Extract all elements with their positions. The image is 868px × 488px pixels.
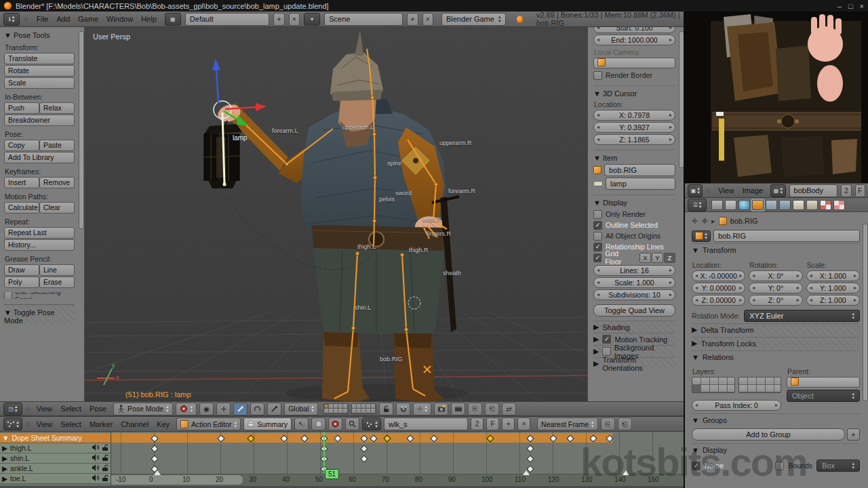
layer-cell[interactable] bbox=[352, 404, 357, 409]
tool-button-scale[interactable]: Scale bbox=[4, 77, 75, 89]
menu-topbar-window[interactable]: Window bbox=[102, 15, 137, 23]
item-panel-header[interactable]: ▼ Item bbox=[593, 150, 675, 162]
layer-cell[interactable] bbox=[334, 404, 338, 409]
channel-ankle-l[interactable]: ▶ankle.L bbox=[0, 464, 111, 474]
scene-icon[interactable]: ✦ bbox=[304, 13, 320, 26]
lock-icon[interactable] bbox=[102, 474, 108, 483]
action-fake-user-button[interactable]: F bbox=[486, 418, 499, 430]
mute-speaker-icon[interactable] bbox=[92, 474, 99, 483]
tool-button-push[interactable]: Push bbox=[4, 102, 39, 114]
name-checkbox[interactable]: ✓ bbox=[692, 462, 701, 470]
item-bone-field[interactable]: lamp bbox=[606, 178, 675, 190]
rot-x-field[interactable]: ◂X: 0°▸ bbox=[749, 270, 802, 281]
add-layout-button[interactable]: + bbox=[273, 13, 284, 26]
tool-button-erase[interactable]: Erase bbox=[39, 277, 75, 288]
tool-button-clear[interactable]: Clear bbox=[39, 202, 75, 214]
image-users-button[interactable]: 2 bbox=[841, 184, 851, 197]
add-group-plus-button[interactable]: + bbox=[847, 428, 860, 441]
orientation-select[interactable]: Global▴▾ bbox=[284, 403, 318, 415]
paste-flipped-pose-icon[interactable]: ⇄ bbox=[502, 403, 516, 415]
collapsed-panel-transform-orientations[interactable]: ▶Transform Orientations bbox=[593, 357, 675, 369]
render-tab-icon[interactable] bbox=[711, 200, 723, 210]
collapse-menus-icon[interactable]: ○ bbox=[706, 186, 711, 195]
bounds-checkbox[interactable] bbox=[775, 462, 784, 470]
menu-image-view[interactable]: View bbox=[714, 186, 738, 195]
layer-cell[interactable] bbox=[352, 409, 357, 413]
loc-y-field[interactable]: ◂Y: 0.00000▸ bbox=[692, 283, 745, 293]
uv-image-editor[interactable] bbox=[685, 12, 868, 183]
tool-button-repeat-last[interactable]: Repeat Last bbox=[4, 227, 75, 239]
pivot-select[interactable]: ▴▾ bbox=[176, 403, 197, 415]
menu-dopesheet-channel[interactable]: Channel bbox=[117, 420, 153, 428]
layer-cell[interactable] bbox=[366, 404, 371, 409]
loc-x-field[interactable]: ◂X: -0.00000▸ bbox=[692, 270, 745, 281]
np-slider-lines-16[interactable]: ◂Lines: 16▸ bbox=[593, 265, 675, 276]
layers-grid-2[interactable] bbox=[738, 377, 782, 393]
np-check-all-object-origins[interactable]: All Object Origins bbox=[593, 230, 675, 241]
expand-icon[interactable]: ▼ bbox=[2, 434, 9, 442]
screen-layout-icon[interactable]: ▦ bbox=[165, 13, 181, 26]
grid-floor-checkbox[interactable]: ✓ Grid Floor XYZ bbox=[593, 252, 675, 263]
image-name-field[interactable]: bobBody bbox=[789, 184, 838, 197]
delta-transform-panel-header[interactable]: ▶ Delta Transform bbox=[692, 323, 860, 336]
expand-icon[interactable]: ▶ bbox=[2, 444, 7, 452]
editor-type-icon[interactable]: ℹ▴▾ bbox=[3, 13, 20, 26]
menu-dopesheet-marker[interactable]: Marker bbox=[85, 420, 117, 428]
engine-select[interactable]: Blender Game▴▾ bbox=[441, 13, 506, 26]
layer-cell[interactable] bbox=[728, 378, 735, 385]
expand-icon[interactable]: ▶ bbox=[2, 454, 7, 462]
np-slider-scale-1-000[interactable]: ◂Scale: 1.000▸ bbox=[593, 277, 675, 288]
view3d-editor-type-icon[interactable]: ◳▴▾ bbox=[3, 403, 22, 415]
tool-button-history[interactable]: History... bbox=[4, 239, 75, 251]
checkbox[interactable]: ✓ bbox=[602, 335, 611, 344]
new-action-button[interactable]: + bbox=[502, 418, 515, 430]
layer-cell[interactable] bbox=[324, 409, 329, 413]
keyframe-thigh-l[interactable] bbox=[360, 445, 368, 452]
layer-cell[interactable] bbox=[343, 409, 348, 413]
screen-layout-field[interactable]: Default bbox=[185, 13, 269, 26]
tool-button-breakdowner[interactable]: Breakdowner bbox=[4, 115, 75, 126]
display-panel-header[interactable]: ▼ Display bbox=[692, 443, 860, 455]
np-slider-subdivisions-10[interactable]: ◂Subdivisions: 10▸ bbox=[593, 289, 675, 300]
collapse-menus-icon[interactable]: ○ bbox=[25, 405, 30, 413]
collapsed-panel-shading[interactable]: ▶Shading bbox=[593, 321, 675, 333]
checkbox[interactable] bbox=[602, 347, 610, 356]
layer-cell[interactable] bbox=[739, 378, 748, 385]
layer-cell[interactable] bbox=[338, 404, 343, 409]
layer-cell[interactable] bbox=[774, 385, 782, 392]
layer-cell[interactable] bbox=[701, 385, 710, 392]
layer-cell[interactable] bbox=[719, 378, 728, 385]
item-object-field[interactable]: bob.RIG bbox=[604, 164, 675, 176]
action-name-field[interactable]: wlk_s bbox=[384, 418, 468, 430]
layer-cell[interactable] bbox=[371, 409, 376, 413]
scale-manipulator-icon[interactable] bbox=[267, 403, 281, 415]
menu-view3d-select[interactable]: Select bbox=[56, 405, 85, 413]
summary-toggle[interactable]: Summary bbox=[243, 418, 292, 430]
rotate-manipulator-icon[interactable] bbox=[250, 403, 264, 415]
tool-shelf-scrollbar[interactable] bbox=[79, 31, 84, 229]
timeline-marker[interactable] bbox=[523, 470, 530, 475]
scl-y-field[interactable]: ◂Y: 1.000▸ bbox=[806, 283, 860, 293]
object-tab-icon[interactable] bbox=[752, 200, 764, 210]
maximize-button[interactable]: □ bbox=[848, 2, 853, 10]
data-tab-icon[interactable] bbox=[793, 200, 804, 210]
np-check-only-render[interactable]: Only Render bbox=[593, 209, 675, 220]
tool-button-add-to-library[interactable]: Add To Library bbox=[4, 152, 75, 163]
checkbox[interactable] bbox=[4, 292, 12, 299]
opengl-render-icon[interactable] bbox=[434, 403, 448, 415]
layer-cell[interactable] bbox=[748, 385, 757, 392]
layer-cell[interactable] bbox=[774, 378, 782, 385]
action-users-button[interactable]: 2 bbox=[471, 418, 484, 430]
tool-button-calculate[interactable]: Calculate bbox=[4, 202, 39, 214]
keyframe-shin-l[interactable] bbox=[360, 455, 368, 462]
opengl-anim-render-icon[interactable] bbox=[451, 403, 465, 415]
layer-cell[interactable] bbox=[361, 404, 366, 409]
rot-z-field[interactable]: ◂Z: 0°▸ bbox=[749, 295, 802, 306]
layer-cell[interactable] bbox=[361, 409, 366, 413]
minimize-button[interactable]: – bbox=[837, 2, 842, 10]
rotation-mode-select[interactable]: XYZ Euler▴▾ bbox=[744, 310, 860, 322]
mode-select[interactable]: Pose Mode▴▾ bbox=[113, 403, 173, 415]
menu-view3d-view[interactable]: View bbox=[33, 405, 57, 413]
keyframe-shin-l[interactable] bbox=[526, 455, 534, 462]
grid-axis-y-toggle[interactable]: Y bbox=[652, 253, 663, 263]
